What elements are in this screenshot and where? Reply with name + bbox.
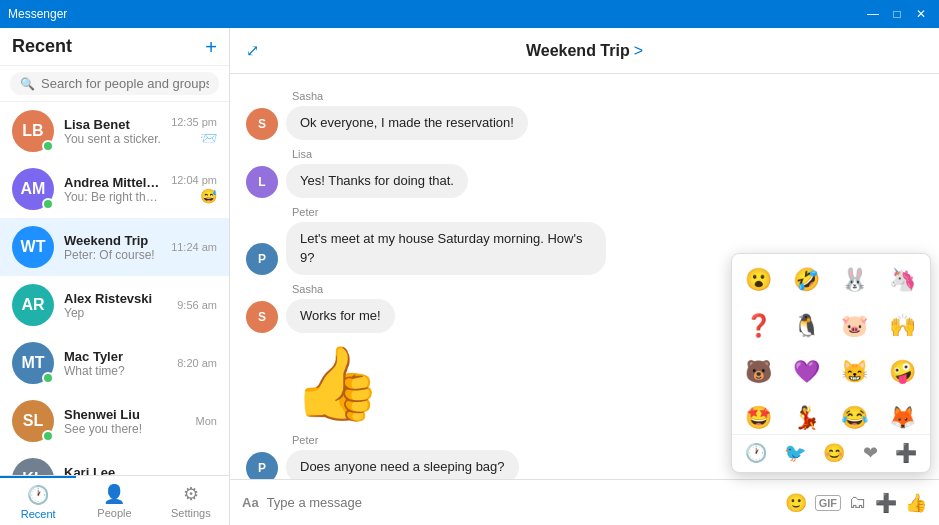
sticker-panel-footer: 🕐 🐦 😊 ❤ ➕ <box>732 434 930 470</box>
sticker-panel: 😮🤣🐰🦄❓🐧🐷🙌🐻💜😸🤪🤩💃😂🦊👋🐼😍😂🐸😘🌟💅 🕐 🐦 😊 ❤ ➕ <box>731 253 931 473</box>
sticker-item[interactable]: 💜 <box>784 350 828 394</box>
people-icon: 👤 <box>103 483 125 505</box>
recent-label: Recent <box>21 508 56 520</box>
emoji-button[interactable]: 🙂 <box>785 492 807 514</box>
conversation-item-andrea[interactable]: AM Andrea Mittelstaedt You: Be right the… <box>0 160 229 218</box>
avatar-wrap: LB <box>12 110 54 152</box>
settings-icon: ⚙ <box>183 483 199 505</box>
conv-meta: 11:24 am <box>171 241 217 253</box>
message-avatar: S <box>246 108 278 140</box>
sticker-item[interactable]: 🐧 <box>784 304 828 348</box>
bird-icon[interactable]: 🐦 <box>784 442 806 464</box>
like-button[interactable]: 👍 <box>905 492 927 514</box>
app-title: Messenger <box>8 7 67 21</box>
sticker-item[interactable]: 😸 <box>832 350 876 394</box>
sticker-item[interactable]: 🤣 <box>784 258 828 302</box>
conversation-item-shenwei[interactable]: SL Shenwei Liu See you there! Mon <box>0 392 229 450</box>
conv-preview: What time? <box>64 364 167 378</box>
message-sender-label: Sasha <box>292 90 923 102</box>
sticker-item[interactable]: 🐷 <box>832 304 876 348</box>
message-group: SashaSOk everyone, I made the reservatio… <box>246 90 923 140</box>
sticker-item[interactable]: 🦊 <box>880 396 924 434</box>
sticker-button[interactable]: 🗂 <box>849 492 867 513</box>
conv-info: Alex Ristevski Yep <box>64 291 167 320</box>
message-avatar: S <box>246 301 278 333</box>
conv-meta: Sun <box>197 473 217 475</box>
message-bubble: Ok everyone, I made the reservation! <box>286 106 528 140</box>
message-group: LisaLYes! Thanks for doing that. <box>246 148 923 198</box>
sticker-item[interactable]: 🐰 <box>832 258 876 302</box>
avatar-wrap: SL <box>12 400 54 442</box>
search-input-wrap: 🔍 <box>10 72 219 95</box>
conversation-item-lisa[interactable]: LB Lisa Benet You sent a sticker. 12:35 … <box>0 102 229 160</box>
message-input[interactable] <box>267 495 777 510</box>
conv-info: Mac Tyler What time? <box>64 349 167 378</box>
sticker-item[interactable]: 🙌 <box>880 304 924 348</box>
conv-name: Andrea Mittelstaedt <box>64 175 161 190</box>
sidebar-title: Recent <box>12 36 72 57</box>
plus-icon[interactable]: ➕ <box>895 442 917 464</box>
online-badge <box>42 430 54 442</box>
sticker-item[interactable]: 🦄 <box>880 258 924 302</box>
nav-item-settings[interactable]: ⚙ Settings <box>153 476 229 525</box>
minimize-button[interactable]: — <box>863 4 883 24</box>
sticker-item[interactable]: 🐻 <box>736 350 780 394</box>
sidebar-nav: 🕐 Recent 👤 People ⚙ Settings <box>0 475 229 525</box>
avatar-wrap: AM <box>12 168 54 210</box>
conv-meta: 9:56 am <box>177 299 217 311</box>
sticker-item[interactable]: ❓ <box>736 304 780 348</box>
sticker-item[interactable]: 😂 <box>832 396 876 434</box>
add-button[interactable]: ➕ <box>875 492 897 514</box>
message-avatar: L <box>246 166 278 198</box>
avatar-wrap: AR <box>12 284 54 326</box>
sidebar: Recent + 🔍 LB Lisa Benet You sent a stic… <box>0 28 230 525</box>
conv-time: 11:24 am <box>171 241 217 253</box>
sticker-item[interactable]: 😮 <box>736 258 780 302</box>
heart-icon[interactable]: ❤ <box>863 442 878 464</box>
conv-info: Weekend Trip Peter: Of course! <box>64 233 161 262</box>
message-avatar: P <box>246 452 278 479</box>
search-icon: 🔍 <box>20 77 35 91</box>
conv-time: Sun <box>197 473 217 475</box>
nav-item-people[interactable]: 👤 People <box>76 476 152 525</box>
close-button[interactable]: ✕ <box>911 4 931 24</box>
smiley-icon[interactable]: 😊 <box>823 442 845 464</box>
sticker-item[interactable]: 🤩 <box>736 396 780 434</box>
message-bubble: Works for me! <box>286 299 395 333</box>
conv-emoji: 📨 <box>200 130 217 146</box>
gif-button[interactable]: GIF <box>815 495 841 511</box>
conversation-item-alex[interactable]: AR Alex Ristevski Yep 9:56 am <box>0 276 229 334</box>
maximize-button[interactable]: □ <box>887 4 907 24</box>
message-bubble: Does anyone need a sleeping bag? <box>286 450 519 479</box>
conversation-item-weekend[interactable]: WT Weekend Trip Peter: Of course! 11:24 … <box>0 218 229 276</box>
avatar-wrap: KL <box>12 458 54 475</box>
online-badge <box>42 372 54 384</box>
conv-name: Shenwei Liu <box>64 407 186 422</box>
message-row: LYes! Thanks for doing that. <box>246 164 923 198</box>
conv-time: 12:35 pm <box>171 116 217 128</box>
aa-button[interactable]: Aa <box>242 495 259 510</box>
online-badge <box>42 198 54 210</box>
conversation-item-mac[interactable]: MT Mac Tyler What time? 8:20 am <box>0 334 229 392</box>
search-input[interactable] <box>41 76 209 91</box>
avatar-wrap: MT <box>12 342 54 384</box>
sticker-item[interactable]: 💃 <box>784 396 828 434</box>
conv-name: Kari Lee <box>64 465 187 476</box>
avatar: AR <box>12 284 54 326</box>
nav-item-recent[interactable]: 🕐 Recent <box>0 476 76 525</box>
conv-time: 12:04 pm <box>171 174 217 186</box>
conversation-item-kari[interactable]: KL Kari Lee That works for me Sun <box>0 450 229 475</box>
online-badge <box>42 140 54 152</box>
chat-input-bar: Aa 🙂 GIF 🗂 ➕ 👍 <box>230 479 939 525</box>
message-row: SOk everyone, I made the reservation! <box>246 106 923 140</box>
new-conversation-button[interactable]: + <box>205 37 217 57</box>
chat-header: ⤢ Weekend Trip > <box>230 28 939 74</box>
sticker-item[interactable]: 🤪 <box>880 350 924 394</box>
conv-preview: You sent a sticker. <box>64 132 161 146</box>
conv-meta: 12:35 pm 📨 <box>171 116 217 146</box>
chat-title-arrow[interactable]: > <box>634 42 643 60</box>
people-label: People <box>97 507 131 519</box>
avatar-wrap: WT <box>12 226 54 268</box>
clock-icon[interactable]: 🕐 <box>745 442 767 464</box>
expand-icon[interactable]: ⤢ <box>246 41 259 60</box>
